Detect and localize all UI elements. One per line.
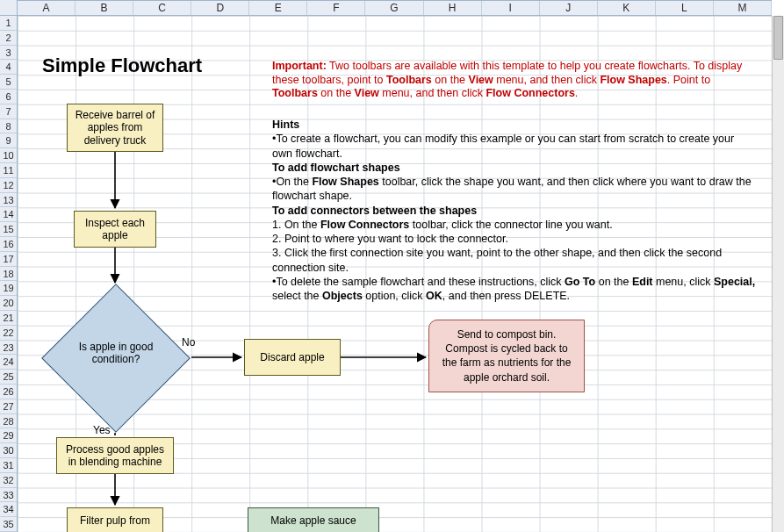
important-note: Important: Two toolbars are available wi… bbox=[272, 60, 756, 101]
column-headers: ABCDEFGHIJKLM bbox=[18, 0, 772, 16]
row-header-31[interactable]: 31 bbox=[0, 458, 17, 473]
important-label: Important: bbox=[272, 60, 327, 72]
row-header-9[interactable]: 9 bbox=[0, 133, 17, 148]
row-header-10[interactable]: 10 bbox=[0, 148, 17, 163]
row-header-4[interactable]: 4 bbox=[0, 60, 17, 75]
row-header-6[interactable]: 6 bbox=[0, 90, 17, 104]
column-header-G[interactable]: G bbox=[365, 1, 423, 15]
page-title: Simple Flowchart bbox=[42, 54, 202, 77]
row-header-34[interactable]: 34 bbox=[0, 502, 17, 517]
row-header-14[interactable]: 14 bbox=[0, 207, 17, 222]
column-header-H[interactable]: H bbox=[424, 1, 482, 15]
row-header-27[interactable]: 27 bbox=[0, 399, 17, 414]
shape-filter[interactable]: Filter pulp from bbox=[67, 507, 163, 532]
label-no: No bbox=[182, 336, 195, 349]
row-header-30[interactable]: 30 bbox=[0, 443, 17, 458]
row-header-23[interactable]: 23 bbox=[0, 341, 17, 356]
row-header-5[interactable]: 5 bbox=[0, 75, 17, 90]
row-header-18[interactable]: 18 bbox=[0, 267, 17, 282]
column-header-L[interactable]: L bbox=[656, 1, 714, 15]
scrollbar-thumb[interactable] bbox=[773, 16, 783, 60]
row-header-1[interactable]: 1 bbox=[0, 16, 17, 31]
row-header-12[interactable]: 12 bbox=[0, 178, 17, 193]
row-header-13[interactable]: 13 bbox=[0, 193, 17, 208]
column-header-K[interactable]: K bbox=[598, 1, 656, 15]
column-header-J[interactable]: J bbox=[540, 1, 598, 15]
row-header-17[interactable]: 17 bbox=[0, 252, 17, 267]
row-header-21[interactable]: 21 bbox=[0, 311, 17, 326]
column-header-F[interactable]: F bbox=[307, 1, 365, 15]
shape-receive[interactable]: Receive barrel of apples from delivery t… bbox=[67, 104, 163, 152]
row-header-11[interactable]: 11 bbox=[0, 163, 17, 178]
row-header-2[interactable]: 2 bbox=[0, 31, 17, 46]
column-header-M[interactable]: M bbox=[714, 1, 772, 15]
row-headers: 1234567891011121314151617181920212223242… bbox=[0, 16, 18, 532]
column-header-B[interactable]: B bbox=[76, 1, 133, 15]
worksheet-canvas: Simple Flowchart Important: Two toolbars… bbox=[18, 16, 772, 532]
hints-block: Hints •To create a flowchart, you can mo… bbox=[272, 118, 756, 303]
row-header-22[interactable]: 22 bbox=[0, 326, 17, 341]
column-header-I[interactable]: I bbox=[482, 1, 540, 15]
column-header-C[interactable]: C bbox=[133, 1, 191, 15]
row-header-8[interactable]: 8 bbox=[0, 119, 17, 134]
shape-process[interactable]: Process good apples in blending machine bbox=[56, 437, 174, 474]
row-header-25[interactable]: 25 bbox=[0, 370, 17, 385]
row-header-3[interactable]: 3 bbox=[0, 46, 17, 61]
column-header-D[interactable]: D bbox=[191, 1, 249, 15]
select-all-corner[interactable] bbox=[0, 0, 18, 16]
row-header-15[interactable]: 15 bbox=[0, 222, 17, 237]
row-header-32[interactable]: 32 bbox=[0, 473, 17, 488]
label-yes: Yes bbox=[93, 424, 111, 436]
row-header-35[interactable]: 35 bbox=[0, 517, 17, 532]
row-header-28[interactable]: 28 bbox=[0, 414, 17, 429]
shape-sauce[interactable]: Make apple sauce bbox=[248, 507, 379, 532]
row-header-19[interactable]: 19 bbox=[0, 281, 17, 296]
row-header-16[interactable]: 16 bbox=[0, 237, 17, 252]
row-header-7[interactable]: 7 bbox=[0, 104, 17, 119]
shape-discard[interactable]: Discard apple bbox=[244, 339, 341, 376]
row-header-24[interactable]: 24 bbox=[0, 355, 17, 370]
row-header-20[interactable]: 20 bbox=[0, 296, 17, 311]
vertical-scrollbar[interactable] bbox=[772, 16, 784, 532]
shape-decision-text: Is apple in good condition? bbox=[76, 341, 155, 365]
shape-inspect[interactable]: Inspect each apple bbox=[74, 211, 156, 248]
row-header-26[interactable]: 26 bbox=[0, 385, 17, 399]
shape-compost-note[interactable]: Send to compost bin. Compost is cycled b… bbox=[428, 320, 585, 392]
column-header-A[interactable]: A bbox=[18, 1, 76, 15]
row-header-33[interactable]: 33 bbox=[0, 488, 17, 503]
row-header-29[interactable]: 29 bbox=[0, 428, 17, 443]
column-header-E[interactable]: E bbox=[249, 1, 307, 15]
